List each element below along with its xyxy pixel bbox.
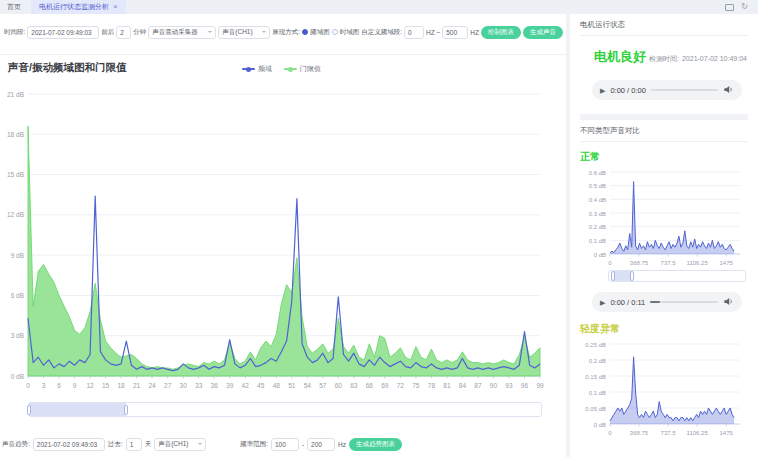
freq-from-input[interactable] — [271, 438, 299, 451]
datazoom-right-handle-icon[interactable] — [630, 271, 634, 281]
svg-text:45: 45 — [257, 382, 265, 389]
player-seekbar[interactable] — [651, 89, 718, 91]
app-window: 首页 电机运行状态监测分析 × ↻ 时间段: 前后 分钟 声音震动采集器 声音(… — [0, 0, 758, 457]
tab-home[interactable]: 首页 — [7, 2, 21, 12]
player-time: 0:00 / 0:11 — [610, 298, 645, 307]
generate-sound-button[interactable]: 生成声音 — [523, 26, 563, 39]
draw-chart-button[interactable]: 绘制图表 — [481, 26, 521, 39]
svg-text:0: 0 — [26, 382, 30, 389]
datazoom-right-handle-icon[interactable] — [124, 405, 128, 415]
fullscreen-icon[interactable] — [725, 4, 734, 11]
minutes-label: 分钟 — [133, 28, 146, 37]
svg-text:0.4 dB: 0.4 dB — [589, 197, 606, 203]
svg-text:368.75: 368.75 — [630, 430, 649, 436]
time-range-label: 时间段: — [4, 28, 25, 37]
svg-text:21: 21 — [133, 382, 141, 389]
main-chart-datazoom[interactable] — [28, 402, 542, 417]
volume-icon[interactable] — [723, 81, 734, 99]
collector-select[interactable]: 声音震动采集器 — [148, 26, 216, 39]
past-label: 过去: — [108, 440, 123, 449]
legend-marker-icon — [284, 68, 297, 70]
motor-status-header: 电机运行状态 — [580, 20, 748, 36]
generate-trend-button[interactable]: 生成趋势图表 — [349, 438, 402, 451]
play-icon[interactable]: ▶ — [600, 299, 605, 306]
mild-chart[interactable]: 0 dB0.05 dB0.1 dB0.15 dB0.2 dB0.25 dB036… — [580, 338, 748, 438]
svg-text:3: 3 — [42, 382, 46, 389]
svg-text:99: 99 — [536, 382, 544, 389]
datazoom-selection[interactable] — [613, 271, 632, 281]
trend-time-input[interactable] — [33, 438, 105, 451]
freq-unit-label: Hz — [338, 441, 346, 448]
svg-text:9: 9 — [73, 382, 77, 389]
svg-text:12 dB: 12 dB — [7, 211, 24, 218]
refresh-icon[interactable]: ↻ — [741, 3, 748, 11]
radio-frequency-domain[interactable]: 频域图 — [302, 28, 330, 37]
status-audio-player[interactable]: ▶ 0:00 / 0:00 — [592, 80, 742, 100]
detect-time-label: 检测时间: — [649, 54, 679, 64]
svg-text:1475: 1475 — [720, 430, 734, 436]
svg-text:72: 72 — [397, 382, 405, 389]
svg-text:0 dB: 0 dB — [594, 252, 606, 258]
svg-text:87: 87 — [474, 382, 482, 389]
svg-text:368.75: 368.75 — [630, 260, 649, 266]
svg-text:6: 6 — [57, 382, 61, 389]
datazoom-left-handle-icon[interactable] — [611, 271, 615, 281]
custom-band-label: 自定义频域段: — [361, 28, 402, 37]
normal-chart-datazoom[interactable] — [608, 270, 746, 282]
main-chart-legend: 频域门限值 — [242, 64, 321, 74]
legend-item[interactable]: 频域 — [242, 64, 272, 74]
play-icon[interactable]: ▶ — [600, 87, 605, 94]
player-time: 0:00 / 0:00 — [610, 86, 645, 95]
trend-label: 声音趋势: — [2, 440, 30, 449]
normal-audio-player[interactable]: ▶ 0:00 / 0:11 — [592, 292, 742, 312]
svg-text:54: 54 — [304, 382, 312, 389]
svg-text:1106.25: 1106.25 — [687, 260, 709, 266]
band-from-input[interactable] — [404, 26, 424, 39]
svg-text:33: 33 — [195, 382, 203, 389]
svg-text:81: 81 — [443, 382, 451, 389]
svg-text:30: 30 — [180, 382, 188, 389]
radio-checked-icon — [302, 29, 308, 35]
svg-text:27: 27 — [164, 382, 172, 389]
svg-text:69: 69 — [381, 382, 389, 389]
window-icons: ↻ — [725, 3, 758, 11]
svg-text:15 dB: 15 dB — [7, 171, 24, 178]
sound-compare-header: 不同类型声音对比 — [580, 126, 748, 142]
detect-time-value: 2021-07-02 10:49:04 — [682, 55, 747, 62]
band-to-input[interactable] — [442, 26, 468, 39]
collector-select-value: 声音震动采集器 — [152, 28, 198, 37]
normal-chart[interactable]: 0 dB0.1 dB0.2 dB0.3 dB0.4 dB0.5 dB0.6 dB… — [580, 166, 748, 268]
trend-channel-select-value: 声音(CH1) — [158, 440, 188, 449]
svg-text:0 dB: 0 dB — [594, 422, 606, 428]
svg-text:0.6 dB: 0.6 dB — [589, 170, 606, 176]
tab-bar: 首页 电机运行状态监测分析 × ↻ — [0, 0, 758, 15]
svg-text:39: 39 — [226, 382, 234, 389]
freq-to-input[interactable] — [307, 438, 335, 451]
trend-channel-select[interactable]: 声音(CH1) — [154, 438, 206, 451]
channel-select[interactable]: 声音(CH1) — [218, 26, 270, 39]
days-label: 天 — [145, 440, 152, 449]
volume-icon[interactable] — [723, 293, 734, 311]
legend-item[interactable]: 门限值 — [284, 64, 321, 74]
time-range-input[interactable] — [27, 26, 99, 39]
svg-text:0: 0 — [608, 260, 612, 266]
tab-motor-status-analysis[interactable]: 电机运行状态监测分析 × — [31, 0, 126, 14]
main-chart-title: 声音/振动频域图和门限值 — [8, 61, 126, 75]
sound-compare-panel: 不同类型声音对比 正常 0 dB0.1 dB0.2 dB0.3 dB0.4 dB… — [570, 120, 758, 438]
svg-text:0: 0 — [608, 430, 612, 436]
around-minutes-input[interactable] — [116, 26, 131, 39]
datazoom-selection[interactable] — [29, 403, 126, 416]
close-icon[interactable]: × — [113, 3, 118, 11]
radio-time-domain[interactable]: 时域图 — [332, 28, 360, 37]
band-separator: HZ ~ — [426, 29, 440, 36]
past-days-input[interactable] — [126, 438, 142, 451]
datazoom-left-handle-icon[interactable] — [27, 405, 31, 415]
player-seekbar[interactable] — [650, 301, 718, 303]
range-separator: - — [302, 441, 304, 448]
svg-text:42: 42 — [242, 382, 250, 389]
svg-text:6 dB: 6 dB — [11, 292, 24, 299]
svg-text:18 dB: 18 dB — [7, 131, 24, 138]
svg-text:60: 60 — [335, 382, 343, 389]
around-label: 前后 — [101, 28, 114, 37]
main-chart[interactable]: 0 dB3 dB6 dB9 dB12 dB15 dB18 dB21 dB0369… — [0, 86, 548, 396]
